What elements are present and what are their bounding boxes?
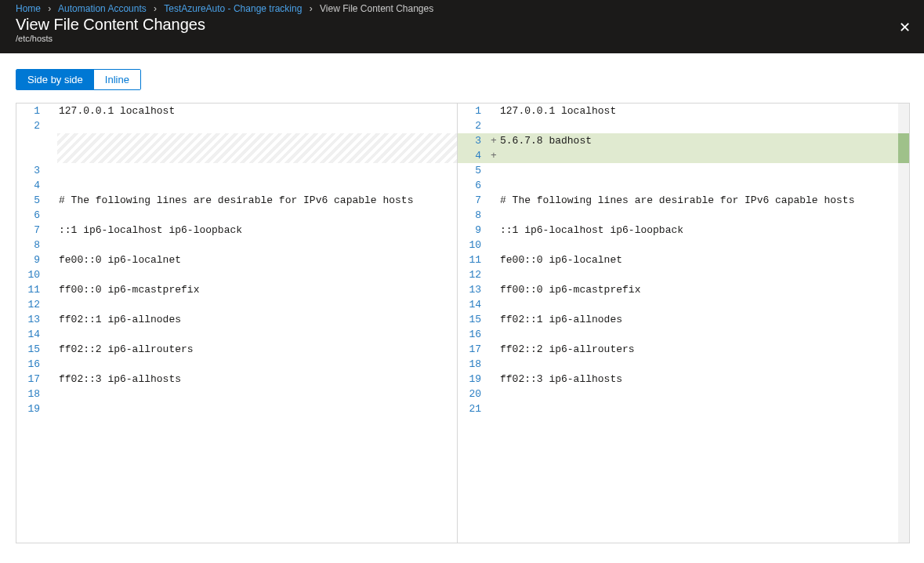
line-content <box>498 267 898 282</box>
close-icon[interactable]: ✕ <box>896 19 913 36</box>
line-number: 10 <box>16 267 48 282</box>
line-number: 2 <box>16 118 48 133</box>
code-line: 12 <box>16 297 457 312</box>
line-number: 3 <box>16 163 48 178</box>
change-marker <box>48 387 57 401</box>
change-marker <box>489 342 498 357</box>
line-content: ff02::2 ip6-allrouters <box>57 342 457 357</box>
change-marker <box>489 223 498 238</box>
change-marker <box>48 238 57 252</box>
line-content: # The following lines are desirable for … <box>57 193 457 208</box>
code-line: 2 <box>16 118 457 133</box>
code-line: 9::1 ip6-localhost ip6-loopback <box>458 223 898 238</box>
code-line: 18 <box>16 387 457 401</box>
line-number: 5 <box>16 193 48 208</box>
code-line: 11fe00::0 ip6-localnet <box>458 252 898 267</box>
change-marker <box>48 118 57 133</box>
line-content <box>57 267 457 282</box>
change-marker <box>489 387 498 401</box>
change-marker <box>48 252 57 267</box>
line-content: ::1 ip6-localhost ip6-loopback <box>57 223 457 238</box>
code-line: 1127.0.0.1 localhost <box>16 104 457 118</box>
change-marker <box>48 372 57 387</box>
change-marker: + <box>489 133 498 148</box>
line-content <box>57 118 457 133</box>
tab-side-by-side[interactable]: Side by side <box>16 70 94 89</box>
overview-change-marker <box>898 133 909 163</box>
change-marker <box>48 267 57 282</box>
line-content: ::1 ip6-localhost ip6-loopback <box>498 223 898 238</box>
change-marker: + <box>489 148 498 163</box>
code-line: 3+5.6.7.8 badhost <box>458 133 898 148</box>
line-number: 1 <box>16 104 48 118</box>
diff-pane-modified[interactable]: 1127.0.0.1 localhost23+5.6.7.8 badhost4+… <box>457 104 898 543</box>
code-line: 1127.0.0.1 localhost <box>458 104 898 118</box>
line-number: 19 <box>16 401 48 416</box>
breadcrumb-automation-accounts[interactable]: Automation Accounts <box>58 3 147 14</box>
line-number: 12 <box>16 297 48 312</box>
change-marker <box>489 163 498 178</box>
line-content <box>498 387 898 401</box>
breadcrumb-resource[interactable]: TestAzureAuto - Change tracking <box>164 3 302 14</box>
change-marker <box>489 118 498 133</box>
code-line: 17ff02::2 ip6-allrouters <box>458 342 898 357</box>
line-number: 10 <box>458 238 489 252</box>
line-number: 3 <box>458 133 489 148</box>
line-number: 13 <box>16 312 48 327</box>
page-subtitle: /etc/hosts <box>0 34 924 43</box>
line-number: 18 <box>458 357 489 372</box>
line-content <box>498 208 898 223</box>
code-line: 14 <box>16 327 457 342</box>
line-number: 17 <box>458 342 489 357</box>
line-number: 18 <box>16 387 48 401</box>
code-line: 12 <box>458 267 898 282</box>
change-marker <box>489 312 498 327</box>
change-marker <box>489 267 498 282</box>
code-line: 13ff00::0 ip6-mcastprefix <box>458 282 898 297</box>
line-content <box>57 178 457 193</box>
code-line: 15ff02::1 ip6-allnodes <box>458 312 898 327</box>
line-number: 16 <box>458 327 489 342</box>
change-marker <box>48 104 57 118</box>
line-number: 13 <box>458 282 489 297</box>
diff-viewer: 1127.0.0.1 localhost2345# The following … <box>16 103 910 543</box>
line-content: ff02::3 ip6-allhosts <box>57 372 457 387</box>
breadcrumb-home[interactable]: Home <box>16 3 41 14</box>
line-number: 6 <box>458 178 489 193</box>
change-marker <box>48 357 57 372</box>
line-number: 8 <box>458 208 489 223</box>
line-number: 4 <box>16 178 48 193</box>
change-marker <box>48 312 57 327</box>
line-number: 15 <box>458 312 489 327</box>
line-number: 7 <box>16 223 48 238</box>
line-number: 6 <box>16 208 48 223</box>
line-number: 8 <box>16 238 48 252</box>
diff-pane-original[interactable]: 1127.0.0.1 localhost2345# The following … <box>16 104 457 543</box>
line-content <box>498 297 898 312</box>
breadcrumb-current: View File Content Changes <box>320 3 433 14</box>
line-content: ff02::3 ip6-allhosts <box>498 372 898 387</box>
code-line: 5# The following lines are desirable for… <box>16 193 457 208</box>
change-marker <box>489 238 498 252</box>
overview-ruler[interactable] <box>898 104 909 543</box>
line-number: 14 <box>16 327 48 342</box>
tab-inline[interactable]: Inline <box>94 70 140 89</box>
line-content <box>498 357 898 372</box>
content-area: Side by side Inline 1127.0.0.1 localhost… <box>0 53 924 543</box>
line-content <box>57 208 457 223</box>
change-marker <box>489 208 498 223</box>
breadcrumb: Home › Automation Accounts › TestAzureAu… <box>0 0 924 14</box>
code-line: 15ff02::2 ip6-allrouters <box>16 342 457 357</box>
change-marker <box>48 223 57 238</box>
line-number: 17 <box>16 372 48 387</box>
line-number: 15 <box>16 342 48 357</box>
diff-skip-region <box>16 133 457 163</box>
line-number: 11 <box>458 252 489 267</box>
change-marker <box>48 342 57 357</box>
code-line: 10 <box>16 267 457 282</box>
line-number: 20 <box>458 387 489 401</box>
line-content: ff02::1 ip6-allnodes <box>498 312 898 327</box>
line-content <box>498 327 898 342</box>
code-line: 7::1 ip6-localhost ip6-loopback <box>16 223 457 238</box>
line-content: fe00::0 ip6-localnet <box>498 252 898 267</box>
